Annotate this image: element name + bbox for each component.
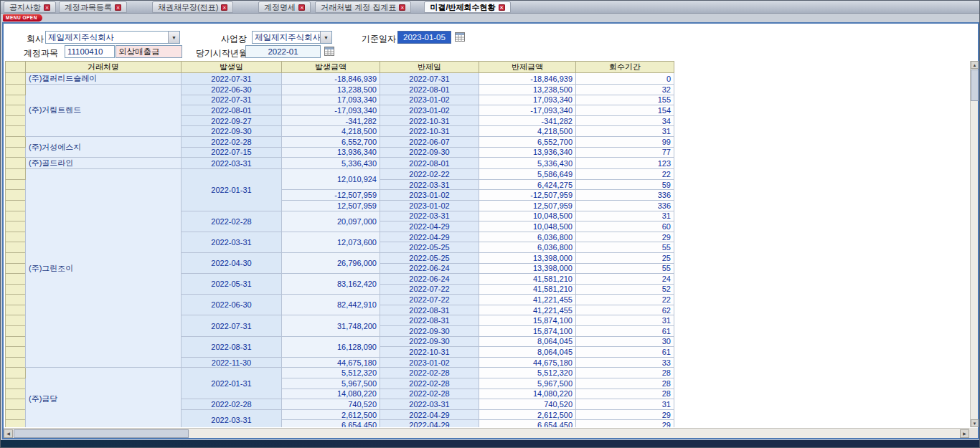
- collection-days-cell[interactable]: 59: [576, 179, 674, 190]
- settle-date-cell[interactable]: 2022-10-31: [380, 347, 479, 358]
- account-name-field[interactable]: [116, 45, 182, 58]
- settle-date-cell[interactable]: 2022-04-29: [380, 221, 479, 232]
- settle-amount-cell[interactable]: 12,507,959: [479, 200, 576, 211]
- settle-date-cell[interactable]: 2022-05-25: [380, 242, 479, 253]
- settle-date-cell[interactable]: 2022-08-31: [380, 305, 479, 315]
- settle-amount-cell[interactable]: -17,093,340: [479, 105, 576, 116]
- settle-date-cell[interactable]: 2022-08-31: [380, 315, 479, 326]
- settle-amount-cell[interactable]: 15,874,100: [479, 315, 576, 326]
- occur-amount-cell[interactable]: -17,093,340: [282, 105, 380, 116]
- collection-days-cell[interactable]: 61: [576, 326, 674, 337]
- occur-amount-cell[interactable]: 83,162,420: [282, 274, 380, 295]
- settle-date-cell[interactable]: 2023-01-02: [380, 357, 479, 368]
- settle-amount-cell[interactable]: 15,874,100: [479, 326, 576, 337]
- chevron-down-icon[interactable]: ▼: [168, 32, 179, 43]
- scroll-left-icon[interactable]: ◀: [4, 429, 13, 438]
- settle-date-cell[interactable]: 2022-06-24: [380, 263, 479, 274]
- row-selector[interactable]: [6, 389, 26, 399]
- settle-date-cell[interactable]: 2022-09-30: [380, 326, 479, 337]
- row-selector[interactable]: [6, 347, 26, 358]
- row-selector[interactable]: [6, 95, 26, 105]
- settle-date-cell[interactable]: 2023-01-02: [380, 105, 479, 116]
- account-code-input[interactable]: [65, 45, 115, 58]
- bizplace-select[interactable]: 제일제지주식회사 ▼: [252, 31, 332, 44]
- settle-date-cell[interactable]: 2022-03-31: [380, 179, 479, 190]
- collection-days-cell[interactable]: 77: [576, 147, 674, 158]
- tab-close-icon[interactable]: ×: [44, 4, 50, 11]
- tab-account-detail[interactable]: 계정명세 ×: [258, 1, 311, 13]
- settle-date-cell[interactable]: 2022-06-24: [380, 274, 479, 285]
- row-selector[interactable]: [6, 420, 26, 427]
- occur-date-cell[interactable]: 2022-07-15: [182, 147, 282, 158]
- collection-days-cell[interactable]: 22: [576, 169, 674, 180]
- tab-account-registration[interactable]: 계정과목등록 ×: [59, 1, 127, 13]
- tab-customer-account-summary[interactable]: 거래처별 계정 집계표 ×: [315, 1, 411, 13]
- settle-amount-cell[interactable]: 4,218,500: [479, 126, 576, 137]
- occur-date-cell[interactable]: 2022-04-30: [182, 252, 282, 273]
- customer-cell[interactable]: (주)그린조이: [26, 169, 182, 368]
- vertical-scrollbar[interactable]: ▲ ▼: [970, 61, 978, 427]
- occur-date-cell[interactable]: 2022-11-30: [182, 357, 282, 368]
- row-selector[interactable]: [6, 263, 26, 274]
- settle-amount-cell[interactable]: -18,846,939: [479, 73, 576, 85]
- collection-days-cell[interactable]: 55: [576, 263, 674, 274]
- calendar-icon[interactable]: [454, 32, 466, 43]
- settle-date-cell[interactable]: 2022-08-01: [380, 158, 479, 169]
- tab-close-icon[interactable]: ×: [399, 4, 405, 11]
- occur-amount-cell[interactable]: -341,282: [282, 115, 380, 126]
- occur-amount-cell[interactable]: 5,512,320: [282, 368, 380, 378]
- settle-date-cell[interactable]: 2022-09-30: [380, 336, 479, 347]
- row-selector[interactable]: [6, 315, 26, 326]
- settle-amount-cell[interactable]: 41,581,210: [479, 284, 576, 295]
- occur-amount-cell[interactable]: 12,507,959: [282, 200, 380, 211]
- row-selector[interactable]: [6, 115, 26, 126]
- scroll-down-icon[interactable]: ▼: [971, 419, 979, 427]
- occur-date-cell[interactable]: 2022-09-30: [182, 126, 282, 137]
- settle-amount-cell[interactable]: 6,036,800: [479, 232, 576, 242]
- tab-open-settlement-status[interactable]: 미결/반제회수현황 ×: [424, 1, 510, 13]
- occur-amount-cell[interactable]: 12,073,600: [282, 232, 380, 252]
- row-selector[interactable]: [6, 136, 26, 147]
- settle-amount-cell[interactable]: 44,675,180: [479, 357, 576, 368]
- chevron-down-icon[interactable]: ▼: [320, 32, 331, 43]
- settle-amount-cell[interactable]: -12,507,959: [479, 190, 576, 201]
- settle-amount-cell[interactable]: 10,048,500: [479, 211, 576, 221]
- collection-days-cell[interactable]: 24: [576, 274, 674, 285]
- row-selector[interactable]: [6, 147, 26, 158]
- scroll-up-icon[interactable]: ▲: [971, 61, 979, 69]
- collection-days-cell[interactable]: 29: [576, 420, 674, 427]
- settle-date-cell[interactable]: 2022-09-30: [380, 147, 479, 158]
- row-selector[interactable]: [6, 252, 26, 263]
- settle-date-cell[interactable]: 2023-01-02: [380, 200, 479, 211]
- customer-cell[interactable]: (주)갤러리드슬레이: [26, 73, 182, 85]
- occur-date-cell[interactable]: 2022-07-31: [182, 95, 282, 105]
- collection-days-cell[interactable]: 0: [576, 73, 674, 85]
- row-selector[interactable]: [6, 158, 26, 169]
- occur-date-cell[interactable]: 2022-07-31: [182, 73, 282, 85]
- row-selector[interactable]: [6, 295, 26, 305]
- occur-amount-cell[interactable]: 740,520: [282, 399, 380, 410]
- collection-days-cell[interactable]: 154: [576, 105, 674, 116]
- occur-date-cell[interactable]: 2022-07-31: [182, 315, 282, 336]
- customer-cell[interactable]: (주)금당: [26, 368, 182, 427]
- collection-days-cell[interactable]: 22: [576, 295, 674, 305]
- settle-amount-cell[interactable]: 8,064,045: [479, 347, 576, 358]
- settle-amount-cell[interactable]: 6,654,450: [479, 420, 576, 427]
- occur-amount-cell[interactable]: 17,093,340: [282, 95, 380, 105]
- settle-date-cell[interactable]: 2022-07-22: [380, 295, 479, 305]
- row-selector[interactable]: [6, 211, 26, 221]
- settle-date-cell[interactable]: 2022-07-31: [380, 73, 479, 85]
- occur-amount-cell[interactable]: 14,080,220: [282, 389, 380, 399]
- tab-close-icon[interactable]: ×: [298, 4, 305, 11]
- settle-date-cell[interactable]: 2022-04-29: [380, 409, 479, 420]
- settle-amount-cell[interactable]: 740,520: [479, 399, 576, 410]
- collection-days-cell[interactable]: 31: [576, 315, 674, 326]
- collection-days-cell[interactable]: 32: [576, 85, 674, 95]
- row-selector[interactable]: [6, 274, 26, 285]
- collection-days-cell[interactable]: 31: [576, 211, 674, 221]
- settle-amount-cell[interactable]: 10,048,500: [479, 221, 576, 232]
- collection-days-cell[interactable]: 31: [576, 126, 674, 137]
- settle-amount-cell[interactable]: 5,586,649: [479, 169, 576, 180]
- settle-amount-cell[interactable]: 5,512,320: [479, 368, 576, 378]
- settle-date-cell[interactable]: 2022-04-29: [380, 420, 479, 427]
